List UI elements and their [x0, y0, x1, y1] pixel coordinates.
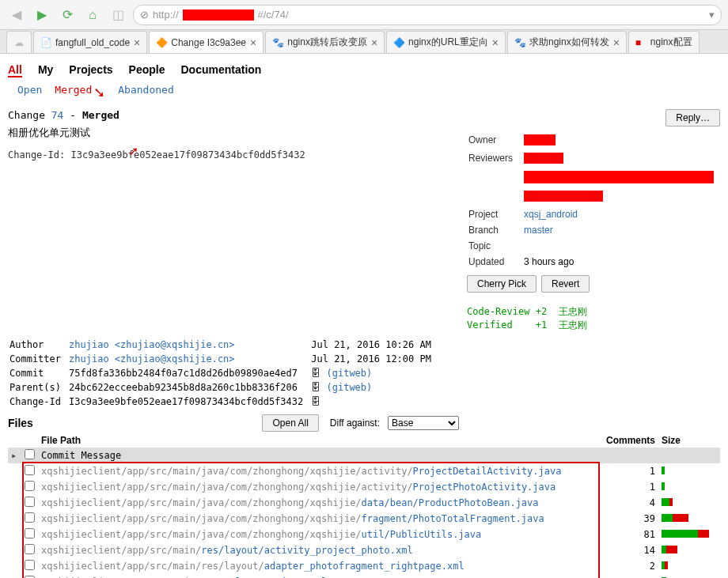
- submenu-merged[interactable]: Merged: [55, 84, 92, 101]
- menu-all[interactable]: All: [8, 63, 22, 77]
- gitweb-link[interactable]: (gitweb): [326, 382, 372, 393]
- file-row[interactable]: xqshijieclient/app/src/main/java/com/zho…: [8, 527, 720, 542]
- csdn-icon: ■: [635, 37, 646, 48]
- committer-date: Jul 21, 2016 12:00 PM: [311, 353, 438, 365]
- page-content: All My Projects People Documentation Ope…: [0, 54, 728, 578]
- file-checkbox[interactable]: [25, 481, 35, 491]
- file-checkbox[interactable]: [25, 449, 35, 459]
- file-link[interactable]: xqshijieclient/app/src/main/java/com/zho…: [41, 482, 555, 493]
- th-size: Size: [658, 433, 720, 448]
- file-comments: 39: [599, 511, 658, 527]
- change-header: Change 74 - Merged: [8, 108, 451, 123]
- home-button[interactable]: ⌂: [82, 5, 103, 25]
- file-row[interactable]: xqshijieclient/app/src/main/res/values/s…: [8, 574, 720, 578]
- size-bar: [662, 482, 665, 490]
- tab-2[interactable]: 🐾nginx跳转后改变原×: [265, 31, 385, 53]
- file-checkbox[interactable]: [25, 544, 35, 554]
- file-row[interactable]: xqshijieclient/app/src/main/java/com/zho…: [8, 479, 720, 495]
- tab-1[interactable]: 🔶Change I3c9a3ee×: [149, 31, 264, 53]
- flag-button[interactable]: ◫: [108, 5, 128, 25]
- parent-hash: 24bc622ecceebab92345b8d8a260c1bb8336f206: [69, 381, 309, 394]
- baidu-icon: 🐾: [272, 37, 283, 48]
- cloud-tab[interactable]: ☁: [6, 31, 32, 53]
- file-checkbox[interactable]: [25, 560, 35, 570]
- commit-message-row[interactable]: ▸ Commit Message: [8, 448, 720, 463]
- diff-against-select[interactable]: Base: [388, 416, 459, 430]
- change-label: Change: [8, 109, 45, 121]
- reload-button[interactable]: ⟳: [57, 5, 78, 25]
- menu-documentation[interactable]: Documentation: [181, 63, 262, 77]
- change-number[interactable]: 74: [51, 109, 64, 121]
- close-icon[interactable]: ×: [250, 36, 256, 49]
- code-review-user: 王忠刚: [559, 306, 587, 317]
- expand-icon[interactable]: ▸: [8, 448, 21, 463]
- menu-people[interactable]: People: [129, 63, 165, 77]
- file-link[interactable]: xqshijieclient/app/src/main/java/com/zho…: [41, 497, 539, 508]
- file-row[interactable]: xqshijieclient/app/src/main/java/com/zho…: [8, 511, 720, 527]
- verified-score: +1: [536, 319, 547, 331]
- project-link[interactable]: xqsj_android: [524, 209, 578, 220]
- file-link[interactable]: xqshijieclient/app/src/main/java/com/zho…: [41, 513, 544, 524]
- close-icon[interactable]: ×: [492, 36, 499, 49]
- file-checkbox[interactable]: [25, 512, 35, 523]
- file-link[interactable]: xqshijieclient/app/src/main/res/layout/a…: [41, 561, 464, 572]
- close-icon[interactable]: ×: [613, 36, 620, 49]
- change-id-label: Change-Id: [9, 395, 67, 408]
- revert-button[interactable]: Revert: [541, 275, 590, 293]
- change-meta-table: Owner Reviewers Projectxqsj_android Bran…: [467, 131, 720, 270]
- reply-button[interactable]: Reply…: [665, 109, 720, 127]
- file-checkbox[interactable]: [25, 465, 35, 475]
- file-row[interactable]: xqshijieclient/app/src/main/res/layout/a…: [8, 558, 720, 574]
- file-row[interactable]: xqshijieclient/app/src/main/java/com/zho…: [8, 463, 720, 479]
- file-link[interactable]: xqshijieclient/app/src/main/java/com/zho…: [41, 466, 561, 477]
- close-icon[interactable]: ×: [134, 36, 140, 49]
- tab-4[interactable]: 🐾求助nginx如何转发×: [507, 31, 627, 53]
- topic-label: Topic: [468, 239, 522, 253]
- cloud-icon: ☁: [14, 37, 24, 48]
- cherry-pick-button[interactable]: Cherry Pick: [467, 275, 537, 293]
- file-row[interactable]: xqshijieclient/app/src/main/java/com/zho…: [8, 495, 720, 511]
- project-label: Project: [468, 207, 522, 221]
- file-comments: 14: [599, 542, 658, 558]
- annotation-arrow: ➚: [129, 143, 138, 160]
- file-checkbox[interactable]: [25, 497, 35, 507]
- code-review-label: Code-Review: [467, 306, 529, 317]
- annotation-arrow: ➘: [93, 84, 105, 101]
- file-row[interactable]: xqshijieclient/app/src/main/res/layout/a…: [8, 542, 720, 558]
- db-icon: 🗄: [311, 396, 320, 407]
- updated-label: Updated: [468, 255, 522, 269]
- tab-5[interactable]: ■nginx配置: [628, 31, 700, 53]
- branch-link[interactable]: master: [524, 225, 553, 236]
- file-comments: 2: [599, 558, 658, 574]
- commit-message-label[interactable]: Commit Message: [38, 448, 599, 463]
- reviewers-label: Reviewers: [468, 151, 522, 168]
- back-button[interactable]: ◀: [6, 5, 27, 25]
- tab-0[interactable]: 📄fangfull_old_code×: [33, 31, 147, 53]
- menu-projects[interactable]: Projects: [69, 63, 112, 77]
- file-link[interactable]: xqshijieclient/app/src/main/res/layout/a…: [41, 545, 413, 556]
- file-checkbox[interactable]: [25, 528, 35, 538]
- close-icon[interactable]: ×: [371, 36, 377, 49]
- open-all-button[interactable]: Open All: [262, 414, 318, 432]
- file-link[interactable]: xqshijieclient/app/src/main/java/com/zho…: [41, 529, 481, 540]
- redacted-reviewer: [524, 153, 563, 164]
- menu-my[interactable]: My: [38, 63, 53, 77]
- url-scheme: http://: [153, 9, 179, 21]
- committer-link[interactable]: zhujiao <zhujiao@xqshijie.cn>: [69, 353, 235, 365]
- url-bar[interactable]: ⊘ http:// #/c/74/ ▾: [133, 5, 722, 25]
- gitweb-link[interactable]: (gitweb): [326, 368, 372, 379]
- file-comments: 7: [599, 574, 658, 578]
- author-link[interactable]: zhujiao <zhujiao@xqshijie.cn>: [69, 339, 235, 350]
- forward-button[interactable]: ▶: [32, 5, 52, 25]
- branch-label: Branch: [468, 223, 522, 237]
- files-header: Files Open All Diff against: Base: [8, 410, 720, 433]
- url-input[interactable]: [293, 9, 705, 21]
- submenu-abandoned[interactable]: Abandoned: [118, 84, 173, 101]
- tab-3[interactable]: 🔷nginx的URL重定向×: [386, 31, 506, 53]
- db-icon: 🗄: [311, 368, 320, 379]
- site-icon: 🔷: [393, 37, 404, 48]
- owner-label: Owner: [468, 133, 522, 149]
- review-section: Code-Review +2 王忠刚 Verified +1 王忠刚: [467, 297, 720, 340]
- submenu-open[interactable]: Open: [17, 84, 42, 101]
- dropdown-icon[interactable]: ▾: [709, 9, 715, 21]
